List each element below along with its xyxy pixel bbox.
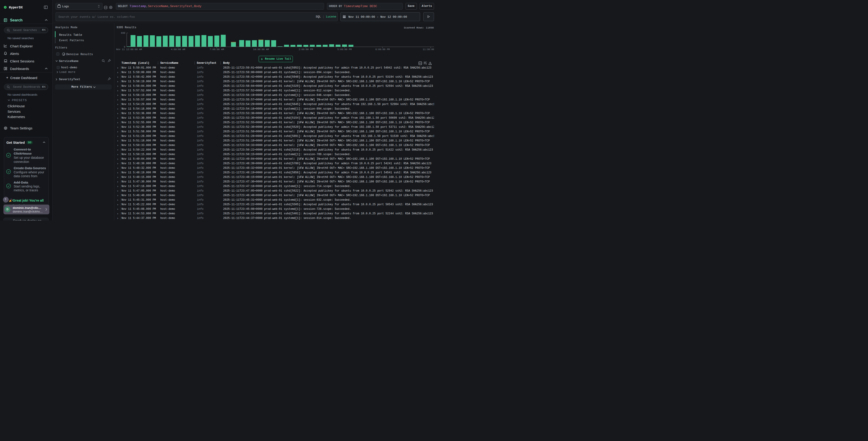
svg-text:11:30:00 PM: 11:30:00 PM: [423, 48, 434, 51]
svg-text:8:00:00 PM: 8:00:00 PM: [375, 48, 390, 51]
svg-text:10:30:00 AM: 10:30:00 AM: [253, 48, 269, 51]
svg-text:5:00:00 PM: 5:00:00 PM: [337, 48, 351, 51]
svg-text:4:00:00 AM: 4:00:00 AM: [171, 48, 185, 51]
svg-text:600: 600: [121, 32, 125, 34]
svg-text:7:00:00 AM: 7:00:00 AM: [210, 48, 224, 51]
svg-text:2:00:00 PM: 2:00:00 PM: [299, 48, 313, 51]
svg-text:Nov 11 12:00:00 AM: Nov 11 12:00:00 AM: [116, 48, 142, 51]
